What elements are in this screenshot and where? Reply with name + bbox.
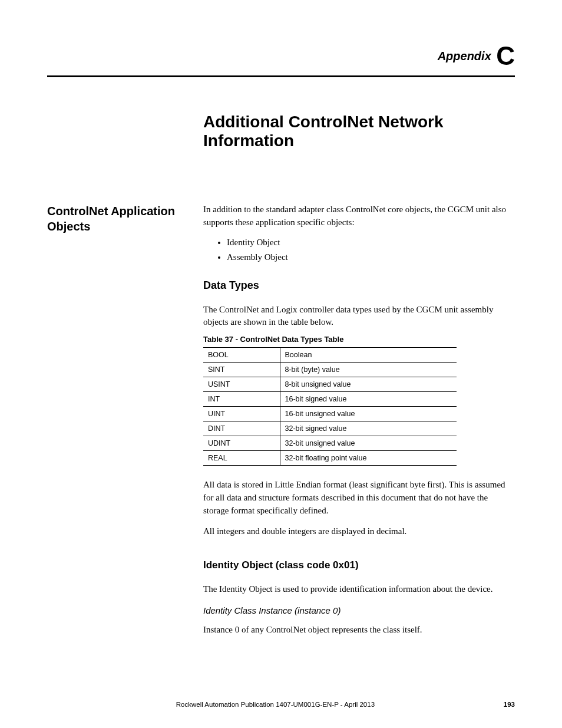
endian-note: All data is stored in Little Endian form… (203, 479, 515, 517)
appendix-letter: C (496, 41, 515, 70)
identity-subheading: Identity Class Instance (instance 0) (203, 605, 515, 615)
page-number: 193 (504, 701, 515, 708)
chapter-title: Additional ControlNet Network Informatio… (203, 113, 515, 150)
table-caption: Table 37 - ControlNet Data Types Table (203, 335, 515, 344)
header-rule (47, 75, 515, 77)
intro-bullet-list: Identity Object Assembly Object (227, 235, 515, 265)
type-desc: 32-bit unsigned value (280, 436, 457, 451)
type-desc: Boolean (280, 348, 457, 363)
page-footer: Rockwell Automation Publication 1407-UM0… (47, 701, 515, 708)
data-types-intro: The ControlNet and Logix controller data… (203, 304, 515, 330)
table-row: REAL32-bit floating point value (203, 451, 457, 466)
main-column: In addition to the standard adapter clas… (203, 203, 515, 643)
footer-publication: Rockwell Automation Publication 1407-UM0… (47, 701, 504, 708)
type-desc: 16-bit unsigned value (280, 407, 457, 421)
list-item: Identity Object (227, 235, 515, 251)
table-row: INT16-bit signed value (203, 392, 457, 407)
data-types-table: BOOLBoolean SINT8-bit (byte) value USINT… (203, 347, 457, 466)
type-desc: 8-bit unsigned value (280, 377, 457, 392)
identity-heading: Identity Object (class code 0x01) (203, 559, 515, 571)
type-desc: 32-bit signed value (280, 421, 457, 436)
type-name: BOOL (203, 348, 280, 363)
table-row: SINT8-bit (byte) value (203, 363, 457, 377)
type-desc: 32-bit floating point value (280, 451, 457, 466)
type-name: DINT (203, 421, 280, 436)
type-desc: 8-bit (byte) value (280, 363, 457, 377)
data-types-heading: Data Types (203, 279, 515, 292)
type-name: UINT (203, 407, 280, 421)
type-name: SINT (203, 363, 280, 377)
appendix-word: Appendix (438, 50, 491, 62)
table-row: BOOLBoolean (203, 348, 457, 363)
type-name: UDINT (203, 436, 280, 451)
table-row: UDINT32-bit unsigned value (203, 436, 457, 451)
intro-paragraph: In addition to the standard adapter clas… (203, 203, 515, 229)
type-name: REAL (203, 451, 280, 466)
appendix-header: Appendix C (47, 41, 515, 71)
identity-intro: The Identity Object is used to provide i… (203, 583, 515, 596)
table-row: UINT16-bit unsigned value (203, 407, 457, 421)
identity-instance-note: Instance 0 of any ControlNet object repr… (203, 624, 515, 637)
decimal-note: All integers and double integers are dis… (203, 525, 515, 538)
type-desc: 16-bit signed value (280, 392, 457, 407)
table-row: USINT8-bit unsigned value (203, 377, 457, 392)
list-item: Assembly Object (227, 250, 515, 265)
table-row: DINT32-bit signed value (203, 421, 457, 436)
side-heading: ControlNet Application Objects (47, 203, 203, 234)
type-name: INT (203, 392, 280, 407)
type-name: USINT (203, 377, 280, 392)
